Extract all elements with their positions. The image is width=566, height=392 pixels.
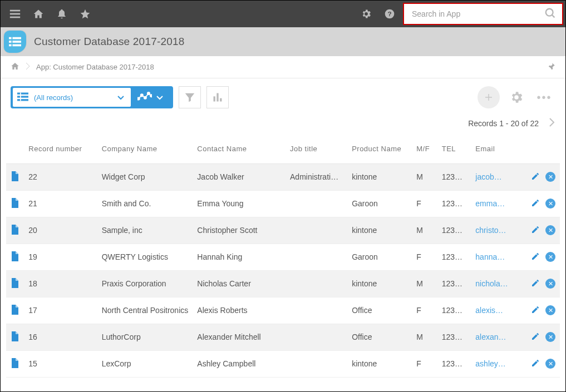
col-header-job[interactable]: Job title	[286, 135, 347, 163]
cell-tel: 123…	[437, 217, 471, 244]
cell-contact: Christopher Scott	[193, 217, 286, 244]
record-icon[interactable]	[11, 334, 18, 343]
cell-company: Praxis Corporation	[97, 270, 193, 297]
edit-button[interactable]	[531, 199, 540, 209]
cell-tel: 123…	[437, 350, 471, 377]
graph-view-button[interactable]	[131, 87, 171, 107]
next-page-button[interactable]	[549, 117, 555, 129]
app-settings-button[interactable]	[505, 86, 528, 108]
table-row[interactable]: 17North Central PositronicsAlexis Robert…	[6, 297, 560, 324]
cell-tel: 123…	[437, 244, 471, 270]
cell-record-number: 18	[24, 270, 97, 297]
add-record-button[interactable]	[478, 86, 500, 108]
delete-button[interactable]: ✕	[545, 359, 555, 369]
edit-button[interactable]	[531, 225, 540, 236]
cell-contact: Alexander Mitchell	[193, 324, 286, 350]
search-icon[interactable]	[544, 7, 557, 21]
chart-button[interactable]	[206, 86, 229, 108]
cell-company: North Central Positronics	[97, 297, 193, 324]
email-link[interactable]: alexan…	[475, 333, 506, 341]
email-link[interactable]: alexis…	[475, 306, 503, 315]
app-icon	[4, 31, 26, 53]
cell-email: jacob…	[471, 163, 516, 190]
email-link[interactable]: jacob…	[475, 172, 501, 181]
table-row[interactable]: 19QWERTY LogisticsHannah KingGaroonF123……	[6, 244, 560, 270]
edit-button[interactable]	[531, 332, 540, 343]
email-link[interactable]: emma…	[475, 199, 505, 208]
bell-icon[interactable]	[52, 4, 72, 24]
col-header-contact[interactable]: Contact Name	[193, 135, 286, 163]
cell-product: Office	[347, 297, 412, 324]
svg-rect-8	[12, 37, 21, 39]
delete-button[interactable]: ✕	[545, 252, 555, 262]
help-icon[interactable]: ?	[380, 4, 400, 24]
view-dropdown[interactable]: (All records)	[13, 88, 131, 107]
filter-button[interactable]	[179, 86, 201, 108]
home-icon[interactable]	[28, 4, 48, 24]
table-row[interactable]: 20Sample, incChristopher ScottkintoneM12…	[6, 217, 560, 244]
search-input[interactable]	[412, 9, 544, 18]
table-row[interactable]: 16LuthorCorpAlexander MitchellOfficeM123…	[6, 324, 560, 350]
col-header-email[interactable]: Email	[471, 135, 516, 163]
email-link[interactable]: nichola…	[475, 279, 508, 288]
delete-button[interactable]: ✕	[545, 172, 555, 182]
delete-button[interactable]: ✕	[545, 279, 555, 289]
col-header-company[interactable]: Company Name	[97, 135, 193, 163]
delete-button[interactable]: ✕	[545, 305, 555, 315]
cell-contact: Ashley Campbell	[193, 350, 286, 377]
cell-tel: 123…	[437, 270, 471, 297]
table-row[interactable]: 15LexCorpAshley CampbellkintoneF123…ashl…	[6, 350, 560, 377]
cell-contact: Jacob Walker	[193, 163, 286, 190]
star-icon[interactable]	[75, 4, 95, 24]
svg-point-5	[546, 8, 553, 16]
record-icon[interactable]	[11, 254, 18, 263]
edit-button[interactable]	[531, 252, 540, 262]
view-toolbar: (All records) •••	[1, 78, 565, 114]
record-icon[interactable]	[11, 227, 18, 236]
svg-point-17	[137, 97, 140, 100]
col-header-product[interactable]: Product Name	[347, 135, 412, 163]
record-icon[interactable]	[11, 201, 18, 210]
cell-job	[286, 244, 347, 270]
menu-icon[interactable]	[5, 4, 25, 24]
svg-rect-11	[9, 44, 12, 47]
record-icon[interactable]	[11, 307, 18, 316]
table-row[interactable]: 21Smith and Co.Emma YoungGaroonF123…emma…	[6, 190, 560, 217]
record-icon[interactable]	[11, 174, 18, 183]
email-link[interactable]: ashley…	[475, 359, 505, 368]
cell-tel: 123…	[437, 190, 471, 217]
table-row[interactable]: 22Widget CorpJacob WalkerAdministrati…ki…	[6, 163, 560, 190]
cell-product: kintone	[347, 217, 412, 244]
more-menu-button[interactable]: •••	[533, 86, 555, 108]
table-row[interactable]: 18Praxis CorporationNicholas Carterkinto…	[6, 270, 560, 297]
cell-product: kintone	[347, 350, 412, 377]
email-link[interactable]: christo…	[475, 226, 506, 235]
record-icon[interactable]	[11, 361, 18, 370]
svg-rect-13	[17, 92, 28, 94]
record-icon[interactable]	[11, 281, 18, 290]
view-segment: (All records)	[11, 86, 173, 108]
edit-button[interactable]	[531, 305, 540, 316]
edit-button[interactable]	[531, 172, 540, 182]
email-link[interactable]: hanna…	[475, 252, 505, 261]
edit-button[interactable]	[531, 279, 540, 289]
edit-button[interactable]	[531, 359, 540, 369]
cell-record-number: 21	[24, 190, 97, 217]
svg-point-21	[150, 95, 152, 97]
cell-product: kintone	[347, 270, 412, 297]
breadcrumb-home-icon[interactable]	[11, 62, 19, 72]
delete-button[interactable]: ✕	[545, 332, 555, 342]
pin-icon[interactable]	[548, 62, 555, 72]
col-header-tel[interactable]: TEL	[437, 135, 471, 163]
plus-icon	[484, 92, 494, 102]
settings-icon[interactable]	[356, 4, 376, 24]
breadcrumb-item[interactable]: App: Customer Database 2017-2018	[36, 63, 154, 71]
svg-rect-9	[9, 41, 12, 43]
records-table: Record number Company Name Contact Name …	[6, 135, 560, 378]
delete-button[interactable]: ✕	[545, 225, 555, 235]
col-header-mf[interactable]: M/F	[412, 135, 437, 163]
svg-rect-10	[12, 41, 21, 43]
delete-button[interactable]: ✕	[545, 199, 555, 209]
col-header-record-number[interactable]: Record number	[24, 135, 97, 163]
svg-point-18	[141, 94, 143, 96]
